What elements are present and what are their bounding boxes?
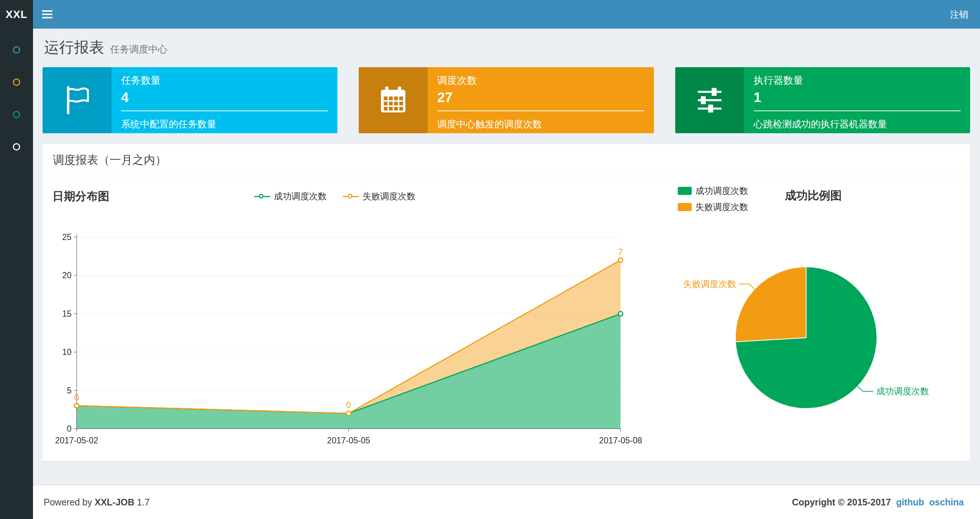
info-box-triggers: 调度次数 27 调度中心触发的调度次数 (359, 67, 654, 133)
svg-text:0: 0 (346, 401, 351, 410)
hamburger-icon (42, 8, 52, 20)
sliders-icon (675, 67, 744, 133)
sidebar (0, 29, 33, 519)
logout-link[interactable]: 注销 (938, 0, 980, 29)
github-link[interactable]: github (896, 497, 924, 508)
sidebar-item-1[interactable] (0, 34, 33, 66)
line-marker-icon (254, 196, 270, 197)
line-marker-icon (343, 196, 359, 197)
page-footer: Powered by XXL-JOB 1.7 Copyright © 2015-… (33, 485, 980, 519)
svg-text:0: 0 (67, 424, 72, 433)
info-box-value: 4 (121, 90, 328, 105)
success-ratio-chart: 成功调度次数失败调度次数 (667, 224, 960, 415)
legend-swatch-icon (678, 203, 692, 211)
legend-item-success[interactable]: 成功调度次数 (678, 185, 748, 197)
info-box-row: 任务数量 4 系统中配置的任务数量 (33, 57, 980, 133)
circle-icon (13, 111, 20, 118)
pie-chart-title: 成功比例图 (785, 188, 842, 203)
page-subtitle: 任务调度中心 (110, 44, 167, 55)
svg-text:0: 0 (75, 393, 79, 402)
flag-icon (43, 67, 111, 133)
report-panel: 调度报表（一月之内） 日期分布图 成功调度次数 失败调度次数 (43, 144, 970, 461)
powered-by: Powered by XXL-JOB 1.7 (44, 497, 150, 508)
navbar: XXL 注销 (0, 0, 980, 29)
date-distribution-chart: 05101520252017-05-022017-05-052017-05-08… (52, 215, 643, 446)
sidebar-item-4[interactable] (0, 131, 33, 163)
svg-text:失败调度次数: 失败调度次数 (683, 279, 736, 289)
line-chart-title: 日期分布图 (52, 188, 109, 204)
main-content: 运行报表 任务调度中心 任务数量 4 系统中配置的任务数量 (33, 29, 980, 485)
svg-text:20: 20 (62, 270, 72, 280)
info-box-desc: 调度中心触发的调度次数 (437, 111, 644, 131)
info-box-jobs: 任务数量 4 系统中配置的任务数量 (43, 67, 337, 133)
svg-text:2017-05-02: 2017-05-02 (55, 436, 98, 445)
legend-item-fail[interactable]: 失败调度次数 (678, 201, 748, 213)
info-box-desc: 心跳检测成功的执行器机器数量 (754, 111, 961, 131)
date-distribution-section: 日期分布图 成功调度次数 失败调度次数 05101520252017-05-02… (52, 180, 643, 446)
page-title: 运行报表 (44, 39, 104, 56)
success-ratio-section: 成功调度次数 失败调度次数 成功比例图 成功调度次数失败调度次数 (667, 180, 960, 446)
page-header: 运行报表 任务调度中心 (33, 29, 980, 57)
svg-text:10: 10 (62, 347, 72, 357)
info-box-value: 27 (437, 90, 644, 105)
sidebar-item-2[interactable] (0, 66, 33, 98)
svg-text:7: 7 (618, 248, 623, 257)
info-box-desc: 系统中配置的任务数量 (121, 111, 328, 131)
app-logo[interactable]: XXL (0, 0, 33, 29)
svg-text:2017-05-05: 2017-05-05 (327, 436, 371, 445)
info-box-executors: 执行器数量 1 心跳检测成功的执行器机器数量 (675, 67, 970, 133)
info-box-title: 调度次数 (437, 74, 644, 87)
circle-icon (13, 78, 20, 86)
svg-text:15: 15 (62, 309, 72, 319)
sidebar-item-3[interactable] (0, 98, 33, 131)
copyright-text: Copyright © 2015-2017 (792, 497, 891, 508)
info-box-title: 执行器数量 (754, 74, 961, 87)
svg-text:2017-05-08: 2017-05-08 (599, 436, 642, 445)
pie-chart-legend: 成功调度次数 失败调度次数 (678, 185, 748, 213)
circle-icon (13, 143, 20, 150)
circle-icon (13, 46, 20, 54)
line-chart-legend: 成功调度次数 失败调度次数 (254, 190, 415, 202)
svg-text:5: 5 (67, 386, 72, 395)
sidebar-toggle-button[interactable] (33, 0, 62, 29)
calendar-icon (359, 67, 428, 133)
panel-title: 调度报表（一月之内） (43, 144, 970, 176)
svg-text:成功调度次数: 成功调度次数 (876, 386, 929, 396)
product-name: XXL-JOB (95, 497, 134, 507)
product-version: 1.7 (137, 497, 150, 507)
legend-item-success[interactable]: 成功调度次数 (254, 190, 327, 202)
info-box-value: 1 (754, 90, 961, 105)
info-box-title: 任务数量 (121, 74, 328, 87)
oschina-link[interactable]: oschina (929, 497, 964, 508)
legend-item-fail[interactable]: 失败调度次数 (343, 190, 415, 202)
legend-swatch-icon (678, 187, 692, 195)
svg-text:25: 25 (62, 232, 72, 242)
